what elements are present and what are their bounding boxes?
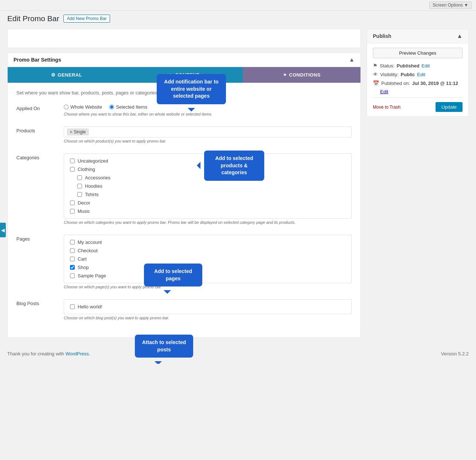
applied-on-radio-group: Whole Website Selected Items — [64, 104, 352, 110]
tooltip-products: Add to selected products & categories — [204, 151, 264, 181]
tab-conditions-label: CONDITIONS — [289, 72, 321, 78]
category-decor-label: Decor — [78, 200, 90, 206]
category-music[interactable]: Music — [70, 208, 346, 214]
visibility-edit-link[interactable]: Edit — [417, 72, 425, 77]
page-checkout-label: Checkout — [78, 248, 98, 253]
tag-label-single: Single — [74, 129, 86, 135]
published-label: Published on: — [381, 81, 410, 86]
footer-row: Thank you for creating with WordPress. V… — [0, 344, 476, 364]
page-shop-input[interactable] — [70, 265, 75, 270]
categories-row: Categories Uncategorized Clothing — [16, 153, 352, 225]
page-title: Edit Promo Bar — [7, 14, 59, 23]
radio-selected-items[interactable]: Selected Items — [109, 104, 147, 110]
blogposts-checkbox-list: Hello world! — [64, 299, 352, 314]
products-tags-input[interactable]: × Single — [64, 126, 352, 137]
page-samplepage[interactable]: Sample Page — [70, 273, 346, 278]
screen-options-button[interactable]: Screen Options ▼ — [429, 1, 472, 9]
product-tag-single: × Single — [67, 129, 89, 135]
publish-content: Preview Changes ⚑ Status: Published Edit… — [367, 43, 468, 116]
page-samplepage-label: Sample Page — [78, 273, 106, 278]
pages-label: Pages — [16, 235, 64, 289]
page-shop-label: Shop — [78, 265, 89, 270]
page-myaccount[interactable]: My account — [70, 239, 346, 245]
published-date-edit-link[interactable]: Edit — [380, 89, 388, 94]
blogposts-label: Blog Posts — [16, 299, 64, 320]
products-content: × Single Choose on which product(s) you … — [64, 126, 352, 143]
products-row: Products × Single Choose on which produc… — [16, 126, 352, 143]
status-value: Published — [397, 63, 419, 69]
page-cart[interactable]: Cart — [70, 256, 346, 262]
category-accessories-label: Accessories — [85, 175, 110, 180]
tag-remove-single[interactable]: × — [70, 129, 73, 135]
settings-header-title: Promo Bar Settings — [13, 57, 61, 63]
category-hoodies-label: Hoodies — [85, 183, 102, 189]
page-checkout-input[interactable] — [70, 248, 75, 253]
post-title-box: Top Notification 2 — [7, 29, 361, 48]
category-tshirts[interactable]: Tshirts — [77, 192, 346, 197]
category-tshirts-input[interactable] — [77, 192, 82, 197]
settings-content: Set where you want show bar, products, p… — [8, 83, 360, 338]
move-to-trash-link[interactable]: Move to Trash — [373, 105, 401, 110]
left-nav-arrow[interactable]: ◀ — [0, 223, 6, 237]
post-helloworld-input[interactable] — [70, 304, 75, 309]
settings-header[interactable]: Promo Bar Settings ▲ — [8, 53, 360, 67]
category-tshirts-label: Tshirts — [85, 192, 99, 197]
calendar-icon: 📅 — [373, 80, 379, 86]
radio-selected-items-label: Selected Items — [116, 104, 147, 110]
page-cart-input[interactable] — [70, 257, 75, 261]
category-music-label: Music — [78, 208, 90, 214]
page-cart-label: Cart — [78, 256, 87, 262]
radio-whole-website-input[interactable] — [64, 105, 69, 109]
pages-checkbox-list: My account Checkout Cart — [64, 235, 352, 283]
tooltip-posts: Attach to selected posts — [135, 335, 193, 358]
publish-header: Publish ▲ — [367, 29, 468, 43]
applied-on-content: Whole Website Selected Items Choose wher… — [64, 104, 352, 116]
visibility-value: Public — [401, 72, 415, 77]
page-shop[interactable]: Shop — [70, 265, 346, 270]
radio-whole-website[interactable]: Whole Website — [64, 104, 102, 110]
tab-general[interactable]: ⚙ GENERAL — [8, 67, 125, 83]
applied-on-label: Applied On — [16, 104, 64, 116]
category-decor[interactable]: Decor — [70, 200, 346, 206]
publish-status-row: ⚑ Status: Published Edit — [373, 63, 463, 69]
post-title-input[interactable]: Top Notification 2 — [13, 34, 355, 43]
publish-title: Publish — [373, 33, 391, 39]
radio-whole-website-label: Whole Website — [70, 104, 102, 110]
category-hoodies[interactable]: Hoodies — [77, 183, 346, 189]
add-new-button[interactable]: Add New Promo Bar — [63, 15, 110, 23]
category-hoodies-input[interactable] — [77, 184, 82, 188]
blogposts-row: Blog Posts Hello world! Choose on which … — [16, 299, 352, 320]
applied-on-hint: Choose where you want to show this bar, … — [64, 112, 352, 116]
page-myaccount-label: My account — [78, 239, 102, 245]
categories-hint: Choose on which categories you want to a… — [64, 220, 352, 225]
visibility-label: Visibility: — [380, 72, 398, 77]
sidebar-area: Publish ▲ Preview Changes ⚑ Status: Publ… — [367, 29, 469, 117]
post-helloworld-label: Hello world! — [78, 304, 102, 309]
post-helloworld[interactable]: Hello world! — [70, 304, 346, 309]
page-samplepage-input[interactable] — [70, 273, 75, 278]
category-uncategorized-label: Uncategorized — [78, 158, 108, 164]
star-icon: ✦ — [283, 72, 287, 78]
tab-general-label: GENERAL — [58, 72, 82, 78]
category-clothing-input[interactable] — [70, 167, 75, 172]
tab-conditions[interactable]: ✦ CONDITIONS — [243, 67, 360, 83]
category-music-input[interactable] — [70, 209, 75, 214]
status-label: Status: — [380, 63, 394, 69]
main-layout: Top Notification 2 Promo Bar Settings ▲ … — [0, 23, 476, 344]
status-edit-link[interactable]: Edit — [422, 63, 430, 69]
category-accessories-input[interactable] — [77, 175, 82, 180]
products-label: Products — [16, 126, 64, 143]
top-bar: Screen Options ▼ — [0, 0, 476, 11]
publish-date-row: 📅 Published on: Jul 30, 2019 @ 11:12 — [373, 80, 463, 86]
wordpress-link[interactable]: WordPress. — [66, 351, 90, 356]
category-uncategorized-input[interactable] — [70, 159, 75, 163]
radio-selected-items-input[interactable] — [109, 105, 114, 109]
update-button[interactable]: Update — [436, 102, 463, 112]
preview-changes-button[interactable]: Preview Changes — [373, 48, 463, 58]
page-checkout[interactable]: Checkout — [70, 248, 346, 253]
page-myaccount-input[interactable] — [70, 240, 75, 245]
category-decor-input[interactable] — [70, 200, 75, 205]
pages-hint: Choose on which page(s) you want to appl… — [64, 285, 352, 289]
publish-collapse-icon[interactable]: ▲ — [457, 33, 463, 39]
footer: Thank you for creating with WordPress. — [0, 344, 97, 364]
